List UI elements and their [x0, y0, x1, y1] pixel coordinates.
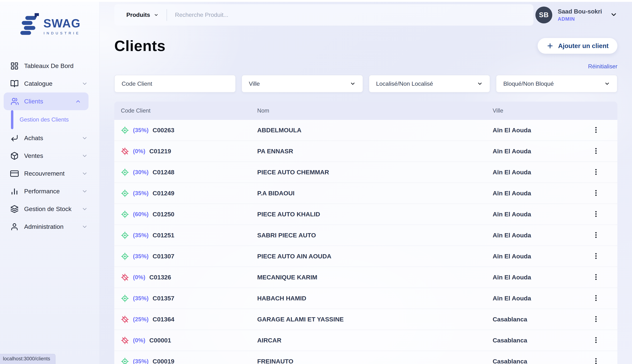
sidebar-item-label: Catalogue: [24, 80, 76, 87]
discount-percent: (35%): [133, 190, 148, 196]
column-header-nom: Nom: [251, 108, 486, 114]
reset-filters-link[interactable]: Réinitialiser: [588, 63, 617, 70]
row-actions-button[interactable]: [590, 334, 602, 346]
more-vertical-icon: [592, 273, 600, 281]
discount-percent: (35%): [133, 127, 148, 134]
users-icon: [10, 97, 19, 106]
table-row[interactable]: (25%) C01364 GARAGE ALAMI ET YASSINE Cas…: [114, 309, 617, 330]
chevron-down-icon: [610, 11, 617, 19]
sidebar-item-catalogue[interactable]: Catalogue: [0, 75, 100, 92]
sidebar-item-recouvrement[interactable]: Recouvrement: [0, 165, 100, 182]
row-actions-button[interactable]: [590, 292, 602, 304]
client-code: C01251: [153, 232, 174, 239]
sidebar-menu: Tableaux De Bord Catalogue Clients: [0, 57, 100, 236]
ville-filter-label: Ville: [249, 80, 260, 87]
row-actions-button[interactable]: [590, 208, 602, 220]
not-localized-icon: [121, 147, 129, 155]
chevron-up-icon: [75, 98, 81, 104]
code-client-filter-input[interactable]: [114, 75, 236, 92]
column-header-code-client: Code Client: [114, 108, 251, 114]
status-url: localhost:3000/clients: [0, 354, 55, 364]
table-row[interactable]: (0%) C00001 AIRCAR Casablanca: [114, 330, 617, 351]
client-code: C00001: [149, 337, 171, 344]
more-vertical-icon: [592, 252, 600, 260]
table-row[interactable]: (35%) C01307 PIECE AUTO AIN AOUDA Aïn El…: [114, 246, 617, 267]
sidebar-item-tableaux-de-bord[interactable]: Tableaux De Bord: [0, 57, 100, 75]
client-table-body: (35%) C00263 ABDELMOULA Aïn El Aouda (0%…: [114, 120, 617, 364]
chevron-down-icon: [154, 12, 159, 17]
column-header-ville: Ville: [486, 108, 584, 114]
chevron-down-icon: [82, 80, 88, 87]
sidebar-item-label: Recouvrement: [24, 170, 76, 177]
row-actions-button[interactable]: [590, 229, 602, 241]
sidebar: SWAG INDUSTRIE Tableaux De Bord Catalogu…: [0, 0, 100, 364]
row-actions-button[interactable]: [590, 356, 602, 364]
discount-percent: (35%): [133, 232, 148, 239]
product-search-input[interactable]: [175, 12, 528, 18]
client-city: Aïn El Aouda: [493, 190, 531, 196]
table-row[interactable]: (35%) C01249 P.A BIDAOUI Aïn El Aouda: [114, 183, 617, 204]
user-role-badge: ADMIN: [558, 16, 602, 22]
row-actions-button[interactable]: [590, 314, 602, 325]
discount-percent: (35%): [133, 253, 148, 260]
user-menu[interactable]: SB Saad Bou-sokri ADMIN: [535, 6, 617, 24]
table-row[interactable]: (60%) C01250 PIECE AUTO KHALID Aïn El Ao…: [114, 204, 617, 225]
sidebar-item-achats[interactable]: Achats: [0, 129, 100, 147]
sidebar-item-gestion-de-stock[interactable]: Gestion de Stock: [0, 200, 100, 218]
chevron-down-icon: [82, 170, 88, 177]
client-city: Casablanca: [493, 316, 527, 323]
sidebar-item-label: Clients: [24, 98, 70, 105]
add-client-button[interactable]: Ajouter un client: [538, 38, 617, 54]
client-name: PA ENNASR: [257, 148, 293, 154]
bloque-filter-select[interactable]: Bloqué/Non Bloqué: [496, 75, 617, 92]
row-actions-button[interactable]: [590, 145, 602, 157]
package-icon: [10, 152, 19, 160]
localized-icon: [121, 252, 129, 260]
more-vertical-icon: [592, 168, 600, 176]
sidebar-subitem-gestion-des-clients[interactable]: Gestion des Clients: [0, 110, 100, 129]
not-localized-icon: [121, 336, 129, 344]
sidebar-item-performance[interactable]: Performance: [0, 182, 100, 200]
more-vertical-icon: [592, 210, 600, 218]
table-row[interactable]: (0%) C01219 PA ENNASR Aïn El Aouda: [114, 141, 617, 162]
sidebar-item-administration[interactable]: Administration: [0, 218, 100, 236]
localise-filter-select[interactable]: Localisé/Non Localisé: [369, 75, 490, 92]
table-row[interactable]: (35%) C01357 HABACH HAMID Aïn El Aouda: [114, 288, 617, 309]
table-row[interactable]: (30%) C01248 PIECE AUTO CHEMMAR Aïn El A…: [114, 162, 617, 183]
grid-icon: [10, 62, 19, 70]
page-header: Clients Ajouter un client: [114, 37, 617, 54]
client-city: Casablanca: [493, 358, 527, 364]
sidebar-item-label: Gestion de Stock: [24, 206, 76, 212]
chevron-down-icon: [82, 188, 88, 194]
client-code: C00019: [153, 358, 174, 364]
discount-percent: (0%): [133, 148, 145, 154]
search-category-label: Produits: [126, 12, 150, 18]
table-row[interactable]: (35%) C00263 ABDELMOULA Aïn El Aouda: [114, 120, 617, 141]
chevron-down-icon: [604, 81, 610, 86]
sidebar-item-clients[interactable]: Clients: [4, 92, 89, 110]
row-actions-button[interactable]: [590, 166, 602, 178]
client-code: C01249: [153, 190, 174, 197]
row-actions-button[interactable]: [590, 187, 602, 199]
table-row[interactable]: (35%) C00019 FREINAUTO Casablanca: [114, 351, 617, 364]
row-actions-button[interactable]: [590, 124, 602, 136]
client-code: C01219: [149, 148, 171, 155]
ville-filter-select[interactable]: Ville: [242, 75, 363, 92]
main-content: Produits SB Saad Bou-sokri ADMIN: [100, 0, 632, 364]
localized-icon: [121, 126, 129, 134]
row-actions-button[interactable]: [590, 271, 602, 283]
search-category-dropdown[interactable]: Produits: [126, 12, 159, 18]
table-row[interactable]: (0%) C01326 MECANIQUE KARIM Aïn El Aouda: [114, 267, 617, 288]
chevron-down-icon: [82, 135, 88, 141]
localized-icon: [121, 189, 129, 197]
localise-filter-label: Localisé/Non Localisé: [376, 80, 433, 87]
not-localized-icon: [121, 316, 129, 324]
localized-icon: [121, 358, 129, 364]
client-name: AIRCAR: [257, 337, 281, 344]
brand-name: SWAG: [43, 17, 81, 30]
client-name: MECANIQUE KARIM: [257, 274, 318, 281]
table-row[interactable]: (35%) C01251 SABRI PIECE AUTO Aïn El Aou…: [114, 225, 617, 246]
row-actions-button[interactable]: [590, 250, 602, 262]
more-vertical-icon: [592, 126, 600, 134]
sidebar-item-ventes[interactable]: Ventes: [0, 147, 100, 165]
